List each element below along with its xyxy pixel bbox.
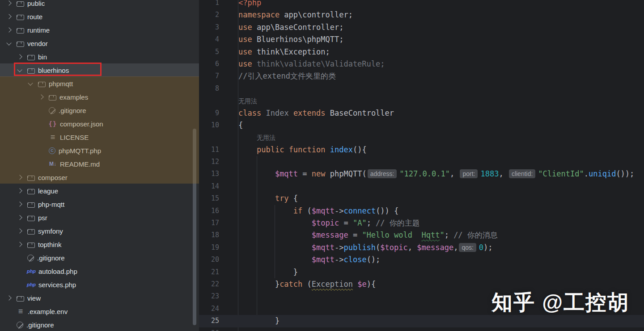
code-line[interactable]: 6use think\validate\ValidateRule;	[199, 58, 644, 70]
line-number: 13	[199, 168, 219, 180]
sidebar-item-php-mqtt[interactable]: php-mqtt	[0, 197, 199, 211]
sidebar-item-public[interactable]: public	[0, 0, 199, 10]
tree-item-label: .gitignore	[59, 107, 86, 114]
code-token: ,	[499, 169, 508, 178]
code-line[interactable]: 20 $mqtt->close();	[199, 254, 644, 266]
line-number: 19	[199, 242, 219, 254]
chevron-right-icon[interactable]	[17, 54, 22, 59]
code-line[interactable]: 2namespace app\controller;	[199, 9, 644, 21]
chevron-right-icon[interactable]	[6, 14, 11, 19]
code-line[interactable]: 26	[199, 327, 644, 331]
code-text: $message = "Hello wold Hqtt"; // 你的消息	[238, 229, 498, 241]
code-token: 1883	[480, 169, 499, 178]
sidebar-item-bin[interactable]: bin	[0, 50, 199, 63]
sidebar-item-psr[interactable]: psr	[0, 211, 199, 224]
chevron-right-icon[interactable]	[17, 228, 22, 233]
code-text: }	[238, 266, 298, 278]
code-line[interactable]: 19 $mqtt->publish($topic, $message,qos:0…	[199, 242, 644, 254]
sidebar-item-gitignore[interactable]: .gitignore	[0, 251, 199, 264]
code-token	[238, 169, 275, 178]
sidebar-item-runtime[interactable]: runtime	[0, 23, 199, 37]
chevron-right-icon[interactable]	[17, 201, 22, 206]
code-line[interactable]: 18 $message = "Hello wold Hqtt"; // 你的消息	[199, 229, 644, 241]
chevron-right-icon[interactable]	[6, 295, 11, 300]
line-number	[199, 131, 219, 143]
chevron-right-icon[interactable]	[17, 215, 22, 220]
chevron-right-icon[interactable]	[38, 94, 43, 99]
code-line[interactable]: 1<?php	[199, 0, 644, 9]
code-text: 无用法	[238, 131, 275, 143]
chevron-right-icon[interactable]	[17, 188, 22, 193]
sidebar-item-examples[interactable]: examples	[0, 90, 199, 104]
sidebar-item-autoload-php[interactable]: phpautoload.php	[0, 264, 199, 278]
code-line[interactable]: 21 }	[199, 266, 644, 278]
sidebar-item-gitignore[interactable]: .gitignore	[0, 104, 199, 117]
code-line[interactable]: 14	[199, 180, 644, 193]
sidebar-item-example-env[interactable]: ≡.example.env	[0, 305, 199, 318]
chevron-right-icon[interactable]	[17, 175, 22, 180]
sidebar-item-services-php[interactable]: phpservices.php	[0, 278, 199, 291]
sidebar-item-phpmqtt-php[interactable]: CphpMQTT.php	[0, 144, 199, 157]
sidebar-item-symfony[interactable]: symfony	[0, 224, 199, 238]
code-token: =	[339, 218, 353, 227]
code-token: Index	[266, 109, 288, 117]
tree-item-label: league	[38, 187, 58, 195]
code-line[interactable]: 3use app\BaseController;	[199, 21, 644, 34]
code-token: use	[238, 35, 252, 44]
code-line[interactable]: 16 if ($mqtt->connect()) {	[199, 205, 644, 217]
code-line[interactable]: 10{	[199, 119, 644, 131]
codelens-row[interactable]: 无用法	[199, 131, 644, 143]
chevron-down-icon[interactable]	[28, 80, 33, 85]
sidebar-item-gitignore[interactable]: .gitignore	[0, 318, 199, 331]
sidebar-item-league[interactable]: league	[0, 184, 199, 197]
code-editor[interactable]: 1<?php2namespace app\controller;3use app…	[199, 0, 644, 331]
code-line[interactable]: 17 $topic = "A"; // 你的主题	[199, 217, 644, 229]
code-line[interactable]: 4use Bluerhinos\phpMQTT;	[199, 34, 644, 46]
sidebar-item-view[interactable]: view	[0, 291, 199, 305]
sidebar-item-readme-md[interactable]: M↓README.md	[0, 157, 199, 171]
code-text: use app\BaseController;	[238, 21, 343, 34]
chevron-right-icon[interactable]	[6, 0, 11, 5]
codelens-row[interactable]: 无用法	[199, 95, 644, 107]
codelens-usages-label: 无用法	[257, 134, 275, 141]
line-number: 11	[199, 144, 219, 156]
folder-icon	[38, 82, 46, 87]
code-token: "A"	[353, 218, 367, 227]
sidebar-item-license[interactable]: ≡LICENSE	[0, 130, 199, 144]
chevron-down-icon[interactable]	[6, 40, 11, 45]
sidebar-scrollbar[interactable]	[193, 129, 196, 325]
code-text: if ($mqtt->connect()) {	[238, 205, 398, 217]
sidebar-item-vendor[interactable]: vendor	[0, 37, 199, 50]
code-line[interactable]: 11 public function index(){	[199, 144, 644, 156]
tree-item-label: phpMQTT.php	[59, 147, 101, 155]
sidebar-item-bluerhinos[interactable]: bluerhinos	[0, 63, 199, 77]
code-line[interactable]: 13 $mqtt = new phpMQTT(address:"127.0.0.…	[199, 168, 644, 180]
sidebar-item-topthink[interactable]: topthink	[0, 238, 199, 251]
chevron-right-icon[interactable]	[17, 242, 22, 247]
tree-item-label: LICENSE	[60, 134, 89, 141]
code-token	[326, 145, 330, 154]
chevron-right-icon[interactable]	[6, 27, 11, 32]
chevron-down-icon[interactable]	[17, 67, 22, 72]
text-file-icon: ≡	[49, 133, 57, 141]
code-line[interactable]: 7//引入extend文件夹里的类	[199, 70, 644, 82]
code-line[interactable]: 9class Index extends BaseController	[199, 107, 644, 119]
code-token: }	[238, 268, 298, 277]
sidebar-item-composer[interactable]: composer	[0, 171, 199, 184]
code-token: connect	[343, 206, 376, 215]
code-line[interactable]: 12	[199, 156, 644, 168]
tree-item-label: topthink	[38, 241, 62, 248]
code-line[interactable]: 5use think\Exception;	[199, 46, 644, 58]
code-token: use	[238, 47, 252, 56]
sidebar-item-composer-json[interactable]: {}composer.json	[0, 117, 199, 130]
code-line[interactable]: 15 try {	[199, 193, 644, 205]
code-line[interactable]: 8	[199, 83, 644, 95]
code-token: "127.0.0.1"	[399, 169, 450, 178]
tree-item-label: phpmqtt	[49, 80, 73, 88]
folder-icon	[17, 296, 24, 302]
code-line[interactable]: 25 }	[199, 315, 644, 327]
sidebar-item-phpmqtt[interactable]: phpmqtt	[0, 77, 199, 90]
ignored-file-icon	[49, 107, 55, 114]
sidebar-item-route[interactable]: route	[0, 10, 199, 23]
code-token	[353, 280, 357, 289]
